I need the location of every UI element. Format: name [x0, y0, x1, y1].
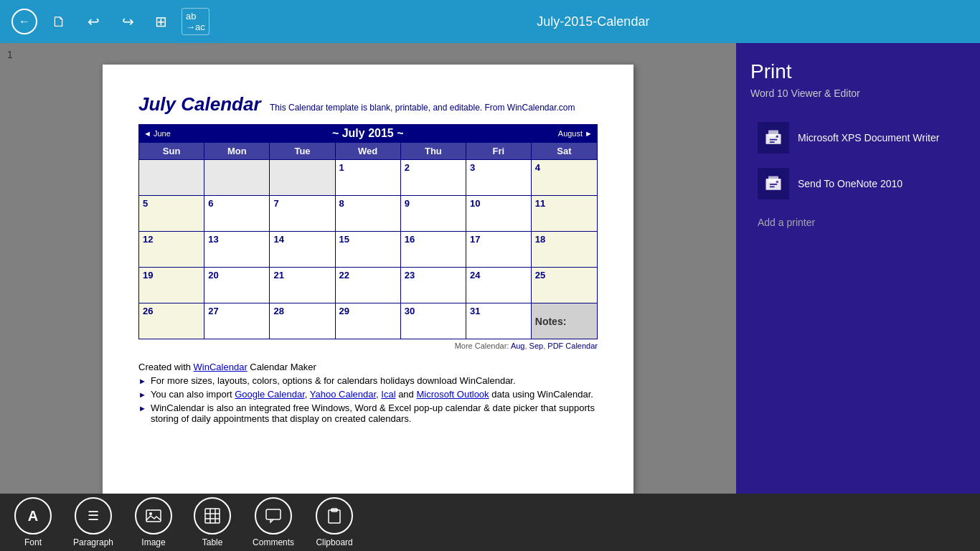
- day-cell[interactable]: 21: [270, 268, 335, 303]
- replace-icon[interactable]: ab→ac: [182, 8, 209, 35]
- pdf-link[interactable]: PDF Calendar: [547, 342, 598, 350]
- bullet-text-2: You can also import Google Calendar, Yah…: [151, 389, 593, 400]
- day-cell[interactable]: 10: [466, 196, 531, 232]
- image-icon: [135, 497, 172, 534]
- add-printer-link[interactable]: Add a printer: [750, 214, 966, 231]
- svg-rect-8: [770, 187, 775, 188]
- day-cell[interactable]: 24: [466, 268, 531, 303]
- printer-onenote[interactable]: Send To OneNote 2010: [750, 162, 966, 205]
- table-row: 5 6 7 8 9 10 11: [139, 196, 598, 232]
- svg-point-11: [149, 512, 152, 515]
- bullet-icon: ►: [138, 390, 146, 400]
- table-button[interactable]: Table: [194, 497, 231, 547]
- bullet-3: ► WinCalendar is also an integrated free…: [138, 402, 598, 424]
- dow-wed: Wed: [335, 143, 400, 160]
- day-cell[interactable]: 25: [531, 268, 597, 303]
- table-icon: [194, 497, 231, 534]
- day-cell[interactable]: 16: [400, 232, 466, 268]
- aug-link[interactable]: Aug: [511, 342, 525, 350]
- day-cell[interactable]: 15: [335, 232, 400, 268]
- redo-button[interactable]: ↪: [115, 9, 141, 34]
- outlook-link[interactable]: Microsoft Outlook: [416, 389, 489, 400]
- image-label: Image: [141, 537, 165, 547]
- day-cell[interactable]: 11: [531, 196, 597, 232]
- comments-label: Comments: [253, 537, 294, 547]
- paragraph-button[interactable]: ☰ Paragraph: [73, 497, 113, 547]
- dow-mon: Mon: [204, 143, 270, 160]
- day-cell[interactable]: 23: [400, 268, 466, 303]
- day-cell[interactable]: 17: [466, 232, 531, 268]
- document-area: 1 July Calendar This Calendar template i…: [0, 43, 736, 494]
- notes-cell: Notes:: [531, 303, 597, 339]
- sep-link[interactable]: Sep: [529, 342, 544, 350]
- image-button[interactable]: Image: [135, 497, 172, 547]
- comments-button[interactable]: Comments: [253, 497, 294, 547]
- day-cell[interactable]: 12: [139, 232, 204, 268]
- prev-month[interactable]: ◄ June: [139, 125, 270, 143]
- day-cell[interactable]: 31: [466, 303, 531, 339]
- day-cell[interactable]: 26: [139, 303, 204, 339]
- calendar-nav-row: ◄ June ~ July 2015 ~ August ►: [139, 125, 598, 143]
- printer-xps[interactable]: Microsoft XPS Document Writer: [750, 116, 966, 159]
- table-row: 26 27 28 29 30 31 Notes:: [139, 303, 598, 339]
- font-label: Font: [24, 537, 42, 547]
- undo-button[interactable]: ↩: [80, 9, 106, 34]
- day-cell[interactable]: 7: [270, 196, 335, 232]
- calendar-title: July Calendar: [138, 93, 261, 115]
- day-cell[interactable]: 9: [400, 196, 466, 232]
- days-of-week-row: Sun Mon Tue Wed Thu Fri Sat: [139, 143, 598, 160]
- table-label: Table: [202, 537, 223, 547]
- day-cell[interactable]: 3: [466, 160, 531, 196]
- paragraph-icon: ☰: [75, 497, 112, 534]
- day-cell: [139, 160, 204, 196]
- dow-sat: Sat: [531, 143, 597, 160]
- calendar-subtitle: This Calendar template is blank, printab…: [270, 103, 575, 113]
- dow-fri: Fri: [466, 143, 531, 160]
- clipboard-button[interactable]: Clipboard: [316, 497, 353, 547]
- page-number: 1: [7, 49, 13, 60]
- find-icon[interactable]: ⊞: [149, 10, 173, 33]
- back-button[interactable]: ←: [11, 9, 37, 34]
- day-cell[interactable]: 4: [531, 160, 597, 196]
- day-cell[interactable]: 20: [204, 268, 270, 303]
- svg-point-4: [776, 136, 779, 138]
- font-icon: A: [14, 497, 52, 534]
- print-title: Print: [750, 60, 966, 83]
- table-row: 1 2 3 4: [139, 160, 598, 196]
- bullet-icon: ►: [138, 377, 146, 386]
- day-cell[interactable]: 13: [204, 232, 270, 268]
- svg-rect-12: [205, 509, 220, 523]
- day-cell[interactable]: 27: [204, 303, 270, 339]
- day-cell[interactable]: 1: [335, 160, 400, 196]
- svg-rect-3: [770, 141, 775, 143]
- day-cell[interactable]: 2: [400, 160, 466, 196]
- day-cell[interactable]: 22: [335, 268, 400, 303]
- calendar-footer: More Calendar: Aug, Sep, PDF Calendar: [138, 342, 598, 350]
- created-line: Created with WinCalendar Calendar Maker: [138, 362, 598, 372]
- day-cell[interactable]: 8: [335, 196, 400, 232]
- day-cell[interactable]: 30: [400, 303, 466, 339]
- current-month: ~ July 2015 ~: [270, 125, 466, 143]
- onenote-icon: [763, 174, 783, 194]
- day-cell[interactable]: 6: [204, 196, 270, 232]
- print-panel: Print Word 10 Viewer & Editor Microsoft …: [736, 43, 980, 494]
- bottom-toolbar: A Font ☰ Paragraph Image Table: [0, 494, 980, 551]
- day-cell[interactable]: 18: [531, 232, 597, 268]
- table-row: 12 13 14 15 16 17 18: [139, 232, 598, 268]
- yahoo-cal-link[interactable]: Yahoo Calendar: [310, 389, 376, 400]
- bullet-2: ► You can also import Google Calendar, Y…: [138, 389, 598, 400]
- font-button[interactable]: A Font: [14, 497, 52, 547]
- bullet-1: ► For more sizes, layouts, colors, optio…: [138, 375, 598, 386]
- google-cal-link[interactable]: Google Calendar: [235, 389, 305, 400]
- next-month[interactable]: August ►: [466, 125, 597, 143]
- document-title: July-2015-Calendar: [218, 14, 969, 29]
- wincalendar-link[interactable]: WinCalendar: [194, 362, 248, 372]
- ical-link[interactable]: Ical: [381, 389, 395, 400]
- day-cell[interactable]: 14: [270, 232, 335, 268]
- day-cell[interactable]: 29: [335, 303, 400, 339]
- calendar-info: Created with WinCalendar Calendar Maker …: [138, 362, 598, 424]
- day-cell[interactable]: 19: [139, 268, 204, 303]
- day-cell[interactable]: 28: [270, 303, 335, 339]
- svg-point-9: [776, 181, 779, 184]
- day-cell[interactable]: 5: [139, 196, 204, 232]
